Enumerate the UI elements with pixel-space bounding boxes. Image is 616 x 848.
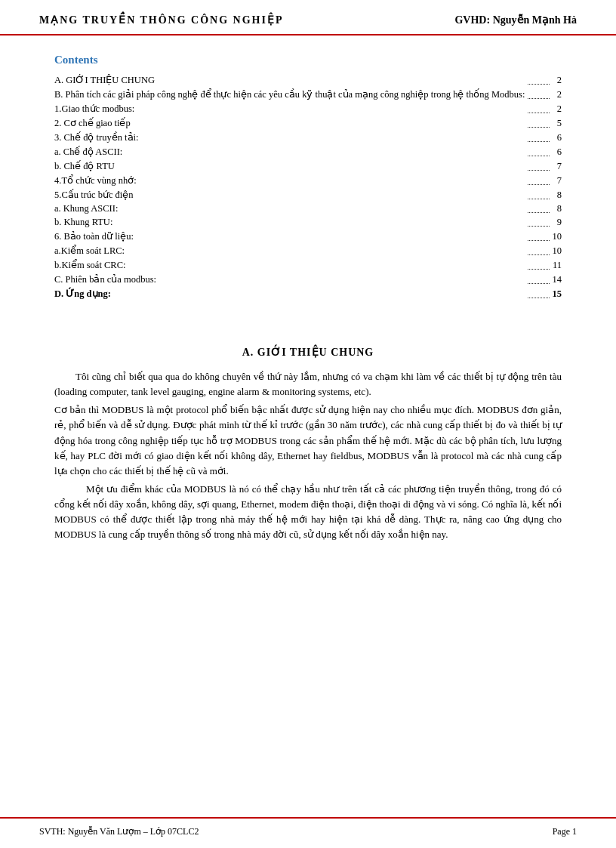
toc-label: 5.Cấu trúc bức điện	[54, 187, 528, 202]
main-content: Contents A. GIỚI THIỆU CHUNG2B. Phân tíc…	[0, 35, 616, 591]
toc-row: 3. Chế độ truyền tải:6	[54, 130, 562, 144]
toc-page: 2	[550, 87, 562, 101]
section-a-body: Tôi cũng chỉ biết qua qua do không chuyê…	[54, 369, 562, 543]
page: MẠNG TRUYỀN THÔNG CÔNG NGHIỆP GVHD: Nguy…	[0, 0, 616, 848]
toc-dots	[528, 202, 549, 215]
toc-page: 7	[550, 159, 562, 173]
toc-page: 10	[550, 229, 562, 243]
toc-dots	[528, 159, 549, 173]
toc-dots	[528, 229, 549, 243]
toc-page: 5	[550, 116, 562, 130]
toc-label: 4.Tổ chức vùng nhớ:	[54, 173, 528, 187]
toc-dots	[528, 173, 549, 187]
toc-page: 8	[550, 187, 562, 202]
toc-dots	[528, 286, 549, 301]
toc-section: Contents A. GIỚI THIỆU CHUNG2B. Phân tíc…	[54, 54, 562, 301]
toc-page: 10	[550, 243, 562, 257]
toc-label: 6. Bảo toàn dữ liệu:	[54, 229, 528, 243]
toc-row: D. Ứng dụng:15	[54, 286, 562, 301]
toc-dots	[528, 116, 549, 130]
toc-dots	[528, 130, 549, 144]
toc-page: 15	[550, 286, 562, 301]
toc-row: 2. Cơ chế giao tiếp5	[54, 116, 562, 130]
section-a: A. GIỚI THIỆU CHUNG Tôi cũng chỉ biết qu…	[54, 346, 562, 543]
toc-dots	[528, 243, 549, 257]
toc-label: 2. Cơ chế giao tiếp	[54, 116, 528, 130]
header-title-right: GVHD: Nguyễn Mạnh Hà	[454, 14, 577, 26]
toc-row: A. GIỚI THIỆU CHUNG2	[54, 72, 562, 87]
toc-page: 7	[550, 173, 562, 187]
section-a-title: A. GIỚI THIỆU CHUNG	[54, 346, 562, 359]
toc-page: 8	[550, 202, 562, 215]
toc-dots	[528, 144, 549, 159]
section-a-para-1: Tôi cũng chỉ biết qua qua do không chuyê…	[54, 369, 562, 399]
toc-label: b. Chế độ RTU	[54, 159, 528, 173]
toc-page: 6	[550, 130, 562, 144]
toc-page: 6	[550, 144, 562, 159]
toc-dots	[528, 215, 549, 229]
toc-label: 1.Giao thức modbus:	[54, 101, 528, 116]
toc-label: b. Khung RTU:	[54, 215, 528, 229]
toc-page: 9	[550, 215, 562, 229]
section-a-para-3: Một ưu điểm khác của MODBUS là nó có thể…	[54, 482, 562, 543]
toc-title: Contents	[54, 54, 562, 66]
toc-row: B. Phân tích các giải pháp công nghệ để …	[54, 87, 562, 101]
toc-page: 14	[550, 272, 562, 286]
toc-label: b.Kiểm soát CRC:	[54, 257, 528, 272]
toc-dots	[528, 257, 549, 272]
header: MẠNG TRUYỀN THÔNG CÔNG NGHIỆP GVHD: Nguy…	[0, 0, 616, 35]
toc-row: b. Khung RTU:9	[54, 215, 562, 229]
footer-page: Page 1	[553, 826, 577, 837]
toc-table: A. GIỚI THIỆU CHUNG2B. Phân tích các giả…	[54, 72, 562, 301]
toc-page: 2	[550, 101, 562, 116]
toc-dots	[528, 187, 549, 202]
toc-row: a. Chế độ ASCII:6	[54, 144, 562, 159]
toc-row: 4.Tổ chức vùng nhớ:7	[54, 173, 562, 187]
toc-row: 1.Giao thức modbus:2	[54, 101, 562, 116]
toc-row: 5.Cấu trúc bức điện8	[54, 187, 562, 202]
toc-row: C. Phiên bản của modbus:14	[54, 272, 562, 286]
toc-page: 2	[550, 72, 562, 87]
toc-dots	[528, 272, 549, 286]
toc-row: a.Kiểm soát LRC:10	[54, 243, 562, 257]
toc-dots	[528, 87, 549, 101]
section-a-para-2: Cơ bản thì MODBUS là một protocol phổ bi…	[54, 402, 562, 479]
toc-dots	[528, 72, 549, 87]
toc-dots	[528, 101, 549, 116]
toc-row: b.Kiểm soát CRC:11	[54, 257, 562, 272]
toc-label: a. Chế độ ASCII:	[54, 144, 528, 159]
header-title-left: MẠNG TRUYỀN THÔNG CÔNG NGHIỆP	[39, 14, 284, 26]
toc-label: B. Phân tích các giải pháp công nghệ để …	[54, 87, 528, 101]
toc-row: a. Khung ASCII:8	[54, 202, 562, 215]
toc-row: 6. Bảo toàn dữ liệu:10	[54, 229, 562, 243]
footer-author: SVTH: Nguyễn Văn Lượm – Lớp 07CLC2	[39, 826, 199, 837]
toc-label: C. Phiên bản của modbus:	[54, 272, 528, 286]
toc-label: a. Khung ASCII:	[54, 202, 528, 215]
toc-row: b. Chế độ RTU7	[54, 159, 562, 173]
toc-label: D. Ứng dụng:	[54, 286, 528, 301]
toc-label: A. GIỚI THIỆU CHUNG	[54, 72, 528, 87]
toc-label: a.Kiểm soát LRC:	[54, 243, 528, 257]
toc-page: 11	[550, 257, 562, 272]
toc-label: 3. Chế độ truyền tải:	[54, 130, 528, 144]
footer: SVTH: Nguyễn Văn Lượm – Lớp 07CLC2 Page …	[0, 817, 616, 848]
